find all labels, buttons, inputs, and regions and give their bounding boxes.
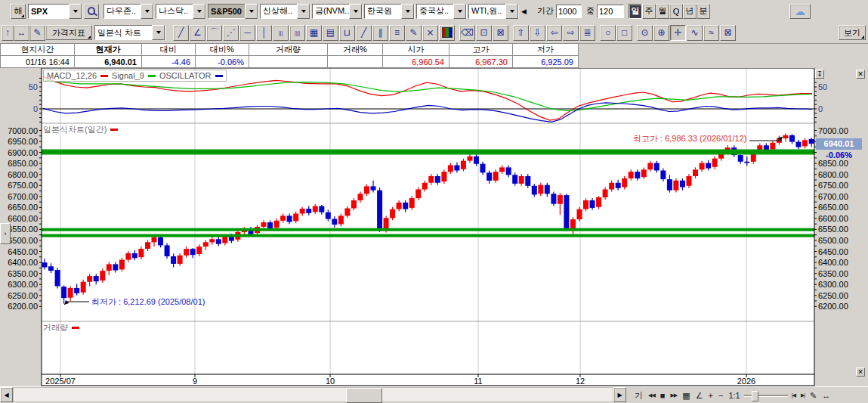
- eraser-button[interactable]: ⌫: [459, 25, 475, 41]
- trend-line-button[interactable]: ╱: [173, 25, 189, 41]
- wave-small-button[interactable]: ∿: [687, 25, 703, 41]
- market-combo[interactable]: WTI,원..: [468, 4, 519, 19]
- period-count-input[interactable]: [556, 5, 582, 18]
- scrollbar-thumb[interactable]: [346, 388, 382, 403]
- modify-object-button[interactable]: ⊡: [476, 25, 492, 41]
- object-list-button[interactable]: ≣: [579, 25, 595, 41]
- vertical-lines-button[interactable]: |||: [273, 25, 289, 41]
- fast-forward-button[interactable]: ▶▶: [669, 388, 678, 403]
- wave-adjust-button[interactable]: ≈: [703, 25, 719, 41]
- scale-up-button[interactable]: ↑: [2, 25, 14, 41]
- cloud-button[interactable]: ☁: [789, 4, 811, 19]
- bars-count-input[interactable]: [597, 5, 624, 18]
- zoom-out-button[interactable]: −: [717, 388, 724, 403]
- pencil-button[interactable]: ✎: [406, 25, 422, 41]
- scroll-right-button[interactable]: ▶: [613, 387, 626, 402]
- palette-button[interactable]: [439, 25, 455, 41]
- scale-1-1-button[interactable]: 1:1: [727, 388, 741, 403]
- svg-text:50: 50: [818, 82, 827, 91]
- short-trend-button[interactable]: ╱: [356, 25, 372, 41]
- chart-type-combo[interactable]: 일본식 차트: [94, 25, 165, 40]
- parallel-lines-button[interactable]: ∥: [372, 25, 388, 41]
- move-right-button[interactable]: ⇨: [563, 25, 579, 41]
- chevron-down-icon[interactable]: [152, 25, 165, 40]
- pencil-icon: ✎: [409, 28, 417, 37]
- tool-settings-button[interactable]: ⨯: [422, 25, 438, 41]
- fit-width-button[interactable]: ↔: [14, 25, 29, 41]
- move-down-button[interactable]: ⇩: [530, 25, 545, 41]
- stop-button[interactable]: ■: [659, 388, 667, 403]
- svg-text:6850.00: 6850.00: [8, 159, 38, 168]
- close-volume-button[interactable]: ✕: [856, 367, 865, 377]
- zoom-slider[interactable]: [744, 390, 788, 401]
- scroll-left-button[interactable]: ◀: [0, 387, 13, 402]
- ray-lines-button[interactable]: ⋰: [223, 25, 239, 41]
- scrollbar-track[interactable]: [13, 387, 613, 402]
- timeframe-button[interactable]: 일: [629, 4, 642, 19]
- market-combo[interactable]: 한국원: [364, 4, 415, 19]
- fan-line-button[interactable]: ⌒: [206, 25, 222, 41]
- chevron-down-icon[interactable]: [297, 4, 310, 19]
- main-panel-title: 일본식차트(일간): [43, 124, 118, 135]
- chevron-down-icon[interactable]: [401, 4, 414, 19]
- market-combo[interactable]: 신상해..: [260, 4, 310, 19]
- market-combo[interactable]: 중국상..: [416, 4, 467, 19]
- move-left-button[interactable]: ⇦: [546, 25, 562, 41]
- close-indicator-button[interactable]: ✕: [856, 70, 865, 79]
- slider-thumb[interactable]: [752, 391, 758, 401]
- rectangle-button[interactable]: □: [616, 25, 632, 41]
- parallel-lines-3-button[interactable]: ≡: [389, 25, 405, 41]
- view-button[interactable]: 보기: [839, 25, 866, 40]
- go-first-button[interactable]: |◀: [790, 388, 797, 403]
- market-combo[interactable]: S&P500: [208, 4, 258, 19]
- zoom-in-button[interactable]: +: [707, 388, 715, 403]
- timeframe-button[interactable]: 월: [656, 4, 669, 19]
- pin-panel-button[interactable]: ↧: [815, 70, 824, 79]
- hae-menu-button[interactable]: 해: [11, 4, 26, 19]
- chevron-down-icon[interactable]: [505, 4, 518, 19]
- collapse-markets-icon[interactable]: ◀: [521, 8, 527, 15]
- angle-line-button[interactable]: ∠: [190, 25, 205, 41]
- circle-button[interactable]: ○: [600, 25, 616, 41]
- symbol-combo[interactable]: SPX: [28, 4, 82, 19]
- vertical-lines-dense-button[interactable]: ||||: [289, 25, 305, 41]
- text-note-button[interactable]: ▤: [323, 25, 338, 41]
- grid-button[interactable]: ▦: [306, 25, 322, 41]
- chevron-down-icon[interactable]: [245, 4, 258, 19]
- market-combo[interactable]: 나스닥..: [156, 4, 206, 19]
- timeframe-button[interactable]: Q: [669, 4, 683, 19]
- chart-settings-button[interactable]: ▦: [681, 388, 691, 403]
- timeframe-button[interactable]: 분: [697, 4, 710, 19]
- fit-width-button[interactable]: ↔: [820, 388, 832, 403]
- trend-angle-button[interactable]: ∠: [694, 388, 705, 403]
- move-up-button[interactable]: ⇧: [513, 25, 529, 41]
- step-tool-button[interactable]: 기: [633, 388, 644, 403]
- memo-button[interactable]: ✎: [808, 388, 818, 403]
- chevron-down-icon[interactable]: [193, 4, 205, 19]
- chevron-down-icon[interactable]: [69, 4, 82, 19]
- quote-column: 현지시간01/16 16:44: [0, 43, 75, 68]
- chevron-down-icon[interactable]: [349, 4, 362, 19]
- market-combo[interactable]: 다우존..: [103, 4, 154, 19]
- zoom-area-button[interactable]: ⊙: [637, 25, 653, 41]
- pan-button[interactable]: ✛: [670, 25, 686, 41]
- memo-button[interactable]: ✎: [29, 25, 45, 41]
- svg-text:2025/07: 2025/07: [45, 377, 76, 386]
- timeframe-button[interactable]: 주: [642, 4, 656, 19]
- chevron-down-icon[interactable]: [141, 4, 153, 19]
- market-combo[interactable]: 금(NVM..: [312, 4, 363, 19]
- svg-text:7000.00: 7000.00: [818, 126, 848, 135]
- go-last-button[interactable]: ▶|: [799, 388, 806, 403]
- delete-object-button[interactable]: ⊠: [493, 25, 508, 41]
- vertical-line-button[interactable]: │: [256, 25, 272, 41]
- timeframe-button[interactable]: 년: [683, 4, 697, 19]
- chevron-down-icon[interactable]: [453, 4, 466, 19]
- zoom-values-button[interactable]: ⊕: [653, 25, 669, 41]
- channel-button[interactable]: ⊔: [339, 25, 355, 41]
- symbol-search-button[interactable]: [84, 4, 99, 19]
- close-tools-button[interactable]: ⊠: [720, 25, 736, 41]
- fast-rewind-button[interactable]: ◀◀: [647, 388, 656, 403]
- price-indicator-button[interactable]: 가격지표: [45, 25, 92, 40]
- horizontal-line-button[interactable]: ─: [239, 25, 255, 41]
- expand-side-panel-button[interactable]: ›: [0, 223, 11, 244]
